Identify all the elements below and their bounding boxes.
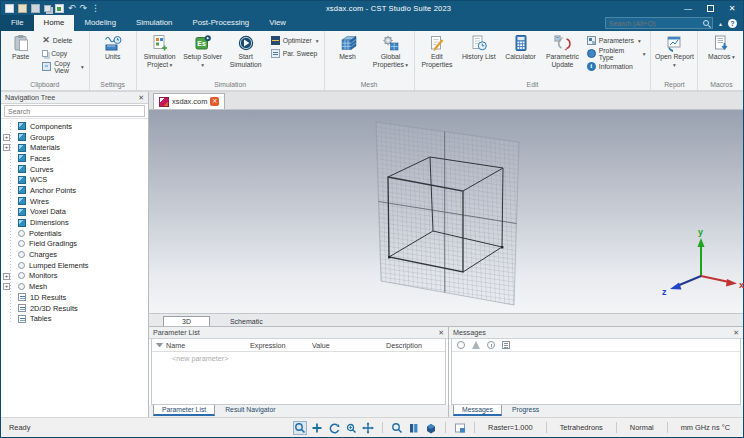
edit-properties-button[interactable]: Edit Properties	[417, 32, 458, 70]
setup-solver-button[interactable]: Es Setup Solver	[182, 32, 224, 70]
tree-item-monitors[interactable]: Monitors	[1, 271, 148, 282]
tree-item-voxel-data[interactable]: Voxel Data	[1, 207, 148, 218]
zoom-select-icon[interactable]	[294, 422, 306, 434]
tree-search-input[interactable]	[4, 105, 145, 117]
tab-3d[interactable]: 3D	[163, 316, 210, 326]
close-navigation-tree-icon[interactable]: ✕	[138, 94, 144, 102]
close-parameter-list-icon[interactable]: ✕	[438, 329, 444, 337]
tree-item-field-gradings[interactable]: Field Gradings	[1, 239, 148, 250]
tab-result-navigator[interactable]: Result Navigator	[217, 405, 283, 414]
tree-item-faces[interactable]: Faces	[1, 153, 148, 164]
global-properties-button[interactable]: Global Properties	[370, 32, 412, 70]
copy-button[interactable]: Copy	[39, 48, 86, 59]
ribbon-search-input[interactable]	[609, 20, 703, 27]
tree-item-anchor-points[interactable]: Anchor Points	[1, 185, 148, 196]
tree-item-wires[interactable]: Wires	[1, 196, 148, 207]
problem-type-button[interactable]: Problem Type	[584, 48, 649, 59]
tab-simulation[interactable]: Simulation	[126, 15, 182, 31]
tree-item-potentials[interactable]: Potentials	[1, 228, 148, 239]
tree-item-lumped-elements[interactable]: Lumped Elements	[1, 260, 148, 271]
macros-button[interactable]: Macros	[700, 32, 742, 62]
new-file-icon[interactable]	[5, 4, 14, 13]
tab-parameter-list[interactable]: Parameter List	[153, 405, 215, 416]
status-units[interactable]: mm GHz ns °C	[676, 423, 735, 432]
errors-filter-icon[interactable]	[457, 341, 465, 349]
close-messages-icon[interactable]: ✕	[733, 329, 739, 337]
status-mesh-type[interactable]: Tetrahedrons	[555, 423, 608, 432]
status-accuracy[interactable]: Normal	[625, 423, 659, 432]
viewport-3d[interactable]: y x z	[149, 110, 743, 313]
mesh-view-button[interactable]: Mesh	[327, 32, 369, 62]
expand-icon[interactable]	[3, 144, 10, 151]
pan-view-icon[interactable]	[362, 422, 374, 434]
collapse-ribbon-icon[interactable]: ▴	[719, 20, 722, 27]
tree-item-2d3d-results[interactable]: 2D/3D Results	[1, 303, 148, 314]
close-button[interactable]: ✕	[721, 1, 743, 15]
zoom-fit-icon[interactable]	[391, 422, 403, 434]
expand-icon[interactable]	[3, 134, 10, 141]
maximize-button[interactable]	[699, 1, 721, 15]
qat-customize-icon[interactable]: ⋮	[91, 4, 100, 13]
zoom-window-icon[interactable]	[345, 422, 357, 434]
expand-icon[interactable]	[3, 273, 10, 280]
tree-item-wcs[interactable]: WCS	[1, 174, 148, 185]
column-name[interactable]: Name	[166, 341, 250, 350]
raster-settings-icon[interactable]	[454, 422, 466, 434]
close-document-tab-icon[interactable]: ✕	[210, 97, 219, 106]
tree-item-dimensions[interactable]: Dimensions	[1, 217, 148, 228]
optimizer-button[interactable]: Optimizer	[268, 35, 322, 46]
tab-file[interactable]: File	[1, 15, 34, 31]
document-tab[interactable]: xsdax.com ✕	[153, 93, 225, 109]
tree-item-components[interactable]: Components	[1, 121, 148, 132]
new-parameter-row[interactable]: <new parameter>	[152, 352, 445, 363]
tree-item-tables[interactable]: Tables	[1, 313, 148, 324]
tree-item-1d-results[interactable]: 1D Results	[1, 292, 148, 303]
calculator-button[interactable]: Calculator	[500, 32, 541, 62]
tree-item-curves[interactable]: Curves	[1, 164, 148, 175]
bounding-box-icon[interactable]	[425, 422, 437, 434]
rotate-view-icon[interactable]	[328, 422, 340, 434]
tab-messages[interactable]: Messages	[453, 405, 502, 416]
par-sweep-button[interactable]: Par. Sweep	[268, 48, 322, 59]
tree-item-mesh[interactable]: Mesh	[1, 281, 148, 292]
open-file-icon[interactable]	[18, 4, 27, 13]
copy-view-button[interactable]: Copy View	[39, 61, 86, 72]
library-icon[interactable]	[408, 422, 420, 434]
open-report-button[interactable]: Open Report	[653, 32, 695, 70]
ribbon-search-box[interactable]	[605, 17, 713, 29]
save-all-icon[interactable]	[44, 5, 51, 12]
tab-progress[interactable]: Progress	[504, 405, 547, 414]
expand-icon[interactable]	[3, 283, 10, 290]
column-value[interactable]: Value	[312, 341, 386, 350]
column-expression[interactable]: Expression	[250, 341, 312, 350]
tree-item-groups[interactable]: Groups	[1, 132, 148, 143]
undo-icon[interactable]: ↶	[68, 4, 76, 13]
tab-home[interactable]: Home	[34, 15, 75, 31]
tree-item-charges[interactable]: Charges	[1, 249, 148, 260]
warnings-filter-icon[interactable]	[472, 341, 480, 349]
information-button[interactable]: iInformation	[584, 61, 649, 72]
tab-post-processing[interactable]: Post-Processing	[182, 15, 259, 31]
tree-item-materials[interactable]: Materials	[1, 142, 148, 153]
message-options-icon[interactable]	[502, 341, 510, 349]
parameters-button[interactable]: Parameters	[584, 35, 649, 46]
history-list-button[interactable]: History List	[458, 32, 499, 62]
minimize-button[interactable]: —	[677, 1, 699, 15]
save-icon[interactable]	[31, 4, 40, 13]
parametric-update-button[interactable]: Parametric Update	[542, 32, 583, 70]
info-filter-icon[interactable]	[487, 341, 495, 349]
status-raster[interactable]: Raster=1.000	[483, 423, 538, 432]
tab-modeling[interactable]: Modeling	[74, 15, 126, 31]
filter-icon[interactable]	[152, 341, 166, 350]
help-icon[interactable]: ?	[728, 19, 737, 28]
column-description[interactable]: Description	[386, 341, 445, 350]
import-icon[interactable]	[55, 4, 64, 13]
tab-schematic[interactable]: Schematic	[212, 317, 281, 326]
paste-button[interactable]: Paste	[3, 32, 38, 62]
redo-icon[interactable]: ↷	[80, 4, 88, 13]
tab-view[interactable]: View	[259, 15, 296, 31]
zoom-in-icon[interactable]	[311, 422, 323, 434]
simulation-project-button[interactable]: Simulation Project	[139, 32, 181, 70]
start-simulation-button[interactable]: Start Simulation	[225, 32, 267, 70]
delete-button[interactable]: ✕Delete	[39, 35, 86, 46]
